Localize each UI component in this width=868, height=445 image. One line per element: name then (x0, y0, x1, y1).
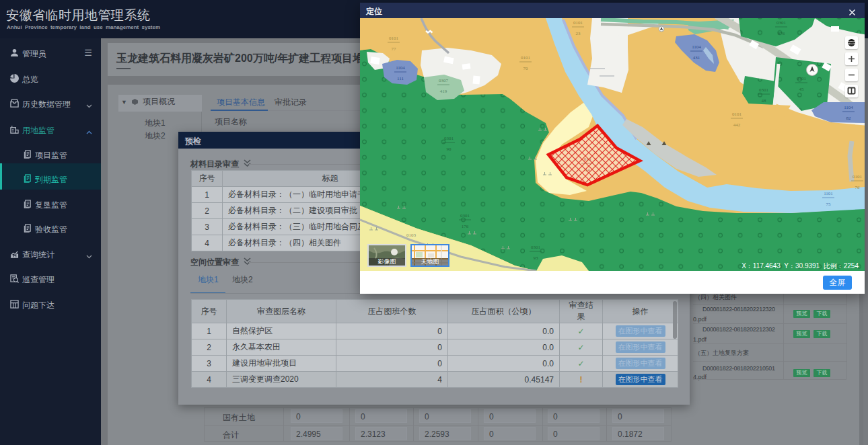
svg-text:010: 010 (584, 157, 591, 162)
svg-text:23: 23 (576, 31, 581, 36)
svg-text:0301: 0301 (797, 76, 807, 81)
svg-text:876: 876 (778, 31, 785, 36)
svg-text:431: 431 (693, 55, 700, 60)
svg-text:82: 82 (846, 116, 852, 121)
svg-text:1104: 1104 (692, 44, 701, 50)
svg-text:111: 111 (397, 76, 404, 81)
svg-text:442: 442 (733, 122, 741, 128)
svg-text:0103: 0103 (406, 233, 417, 238)
svg-text:70: 70 (523, 66, 529, 71)
svg-text:93: 93 (534, 255, 539, 261)
svg-text:0101: 0101 (732, 112, 742, 117)
svg-text:419: 419 (440, 89, 447, 94)
svg-text:14: 14 (585, 167, 591, 173)
svg-text:0301: 0301 (531, 245, 541, 250)
svg-text:90: 90 (447, 147, 452, 152)
svg-text:0301: 0301 (776, 20, 787, 26)
svg-text:0301: 0301 (444, 136, 454, 141)
svg-text:0301: 0301 (759, 87, 769, 93)
svg-text:0307: 0307 (439, 78, 449, 83)
svg-text:0101: 0101 (853, 174, 863, 179)
svg-text:176: 176 (462, 224, 469, 229)
svg-text:1104: 1104 (396, 65, 405, 71)
svg-text:45: 45 (799, 87, 805, 92)
svg-text:75: 75 (826, 202, 832, 207)
svg-text:0101: 0101 (521, 55, 531, 60)
svg-text:1101: 1101 (824, 191, 833, 196)
svg-text:76: 76 (855, 185, 861, 190)
svg-text:0301: 0301 (460, 213, 470, 218)
svg-text:77: 77 (392, 46, 397, 52)
svg-text:0101: 0101 (573, 20, 583, 26)
svg-text:0101: 0101 (389, 36, 399, 41)
svg-text:48: 48 (762, 98, 767, 104)
svg-text:1104: 1104 (844, 105, 853, 110)
